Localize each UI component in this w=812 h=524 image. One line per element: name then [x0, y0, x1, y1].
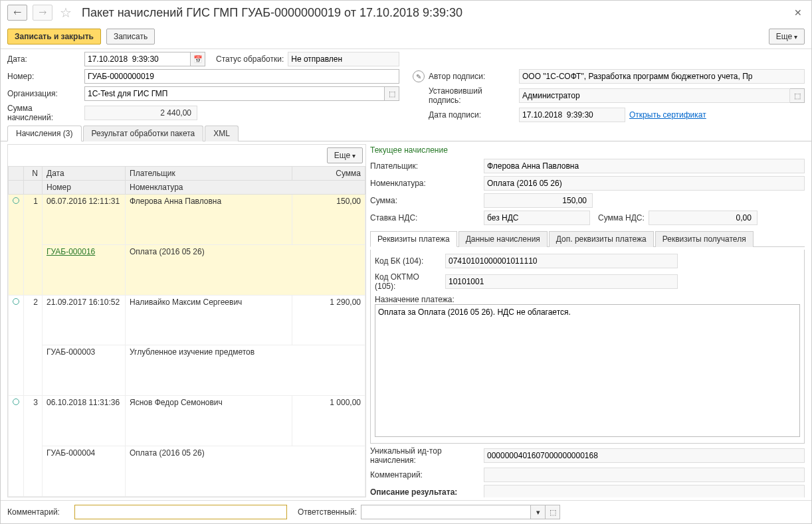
- responsible-label: Ответственный:: [298, 507, 357, 517]
- sum-label: Сумма начислений:: [7, 104, 80, 122]
- detail-payer-label: Плательщик:: [370, 161, 480, 171]
- org-field[interactable]: [84, 86, 385, 101]
- accruals-table-panel: Еще N Дата Плательщик Сумма Номер: [7, 144, 366, 497]
- status-field: [288, 52, 399, 66]
- col-amount: Сумма: [292, 167, 365, 181]
- tab-accruals[interactable]: Начисления (3): [7, 126, 82, 141]
- footer-comment-field[interactable]: [74, 505, 287, 519]
- kbk-field: [445, 254, 678, 268]
- date-label: Дата:: [7, 54, 80, 64]
- purpose-label: Назначение платежа:: [375, 295, 455, 304]
- close-icon[interactable]: ✕: [791, 6, 805, 19]
- signer-label: Установивший подпись:: [429, 86, 515, 105]
- detail-vatrate-label: Ставка НДС:: [370, 213, 480, 222]
- status-dot-icon: [13, 298, 19, 305]
- detail-vatrate-field: [484, 211, 590, 225]
- toolbar: Записать и закрыть Записать Еще: [1, 25, 811, 49]
- status-dot-icon: [13, 197, 19, 204]
- nav-back-button[interactable]: 🡐: [7, 5, 27, 21]
- col-date: Дата: [43, 167, 126, 181]
- tab-xml[interactable]: XML: [205, 126, 239, 141]
- signer-open-icon[interactable]: ⬚: [790, 88, 805, 103]
- table-row[interactable]: 3 06.10.2018 11:31:36 Яснов Федор Семоно…: [9, 396, 365, 446]
- detail-vatsum-field: [649, 211, 758, 225]
- favorite-icon[interactable]: ☆: [58, 5, 74, 21]
- responsible-dropdown-icon[interactable]: ▾: [531, 505, 546, 519]
- sign-date-field: [519, 108, 625, 122]
- save-and-close-button[interactable]: Записать и закрыть: [7, 29, 101, 44]
- more-button[interactable]: Еще: [769, 29, 805, 44]
- detail-comment-label: Комментарий:: [370, 470, 480, 480]
- calendar-icon[interactable]: 📅: [191, 52, 205, 66]
- number-label: Номер:: [7, 72, 80, 81]
- footer-bar: Комментарий: Ответственный: ▾ ⬚: [1, 500, 811, 523]
- table-row[interactable]: 2 21.09.2017 16:10:52 Наливайко Максим С…: [9, 295, 365, 345]
- detail-payer-field: [484, 159, 805, 173]
- oktmo-field: [445, 274, 678, 289]
- uid-field: [484, 448, 805, 463]
- nav-forward-button[interactable]: 🡒: [33, 5, 52, 21]
- org-label: Организация:: [7, 89, 80, 98]
- subtab-additional[interactable]: Доп. реквизиты платежа: [549, 231, 654, 247]
- oktmo-label: Код ОКТМО (105):: [375, 272, 441, 291]
- subtab-payment-req[interactable]: Реквизиты платежа: [370, 231, 457, 247]
- detail-sum-field: [484, 193, 593, 208]
- table-row[interactable]: ГУАБ-000003 Углубленное изучение предмет…: [9, 345, 365, 396]
- sign-date-label: Дата подписи:: [429, 110, 515, 120]
- responsible-open-icon[interactable]: ⬚: [546, 505, 560, 519]
- detail-sum-label: Сумма:: [370, 196, 480, 205]
- detail-panel: Текущее начисление Плательщик: Номенклат…: [370, 144, 805, 497]
- footer-comment-label: Комментарий:: [7, 507, 70, 517]
- table-row[interactable]: ГУАБ-000016 Оплата (2016 05 26): [9, 244, 365, 295]
- col-number: Номер: [43, 181, 126, 195]
- save-button[interactable]: Записать: [106, 29, 155, 44]
- author-label: Автор подписи:: [429, 72, 515, 81]
- accruals-table: N Дата Плательщик Сумма Номер Номенклату…: [8, 166, 365, 497]
- main-tabs: Начисления (3) Результат обработки пакет…: [1, 125, 811, 141]
- status-dot-icon: [13, 398, 19, 405]
- purpose-field: [375, 304, 800, 437]
- detail-comment-field: [484, 468, 805, 482]
- header-form: Дата: 📅 Статус обработки: Номер: Организ…: [1, 49, 811, 125]
- table-more-button[interactable]: Еще: [327, 147, 363, 163]
- table-row[interactable]: 1 06.07.2016 12:11:31 Флерова Анна Павло…: [9, 195, 365, 245]
- detail-subtabs: Реквизиты платежа Данные начисления Доп.…: [370, 230, 805, 247]
- number-field[interactable]: [84, 69, 399, 84]
- subtab-content: Код БК (104): Код ОКТМО (105): Назначени…: [370, 250, 805, 444]
- org-open-icon[interactable]: ⬚: [385, 86, 399, 101]
- col-status: [9, 167, 24, 181]
- col-nomen: Номенклатура: [126, 181, 365, 195]
- col-n: N: [24, 167, 43, 181]
- detail-nomen-field: [484, 176, 805, 191]
- result-label: Описание результата:: [370, 487, 480, 497]
- sum-value: 2 440,00: [84, 106, 197, 120]
- table-row[interactable]: ГУАБ-000004 Оплата (2016 05 26): [9, 446, 365, 497]
- signer-field: [519, 88, 790, 103]
- signature-icon: ✎: [413, 70, 425, 82]
- author-field: [519, 69, 805, 84]
- detail-nomen-label: Номенклатура:: [370, 179, 480, 188]
- window-title: Пакет начислений ГИС ГМП ГУАБ-0000000019…: [82, 6, 786, 20]
- date-field[interactable]: [84, 52, 191, 66]
- detail-title: Текущее начисление: [370, 144, 805, 156]
- subtab-recipient[interactable]: Реквизиты получателя: [655, 231, 754, 247]
- kbk-label: Код БК (104):: [375, 256, 441, 266]
- detail-vatsum-label: Сумма НДС:: [598, 213, 645, 222]
- open-certificate-link[interactable]: Открыть сертификат: [629, 110, 706, 120]
- tab-result[interactable]: Результат обработки пакета: [83, 126, 204, 141]
- responsible-field[interactable]: [361, 505, 531, 519]
- uid-label: Уникальный ид-тор начисления:: [370, 446, 480, 465]
- titlebar: 🡐 🡒 ☆ Пакет начислений ГИС ГМП ГУАБ-0000…: [1, 1, 811, 25]
- status-label: Статус обработки:: [216, 54, 284, 64]
- result-field: [484, 485, 805, 497]
- subtab-accrual-data[interactable]: Данные начисления: [458, 231, 548, 247]
- col-payer: Плательщик: [126, 167, 292, 181]
